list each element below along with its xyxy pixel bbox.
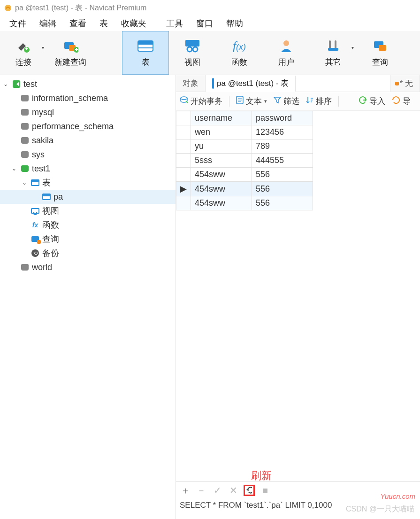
svg-point-15	[283, 40, 289, 46]
menu-edit[interactable]: 编辑	[33, 16, 63, 31]
menu-window[interactable]: 窗口	[190, 16, 220, 31]
cell[interactable]: 556	[252, 196, 313, 210]
tree-label: world	[32, 263, 52, 272]
svg-point-13	[187, 47, 192, 52]
table-row[interactable]: 5sss444555	[176, 154, 313, 168]
database-icon	[20, 164, 30, 173]
add-row-button[interactable]: ＋	[180, 485, 191, 496]
table-row[interactable]: wen123456	[176, 125, 313, 139]
tree-db[interactable]: performance_schema	[0, 119, 176, 133]
export-button[interactable]: 导	[392, 96, 411, 107]
tool-label: 连接	[15, 57, 31, 68]
svg-rect-18	[379, 45, 386, 51]
cell[interactable]: 444555	[252, 154, 313, 168]
svg-rect-3	[26, 47, 27, 50]
tree-views-node[interactable]: 视图	[0, 204, 176, 218]
delete-row-button[interactable]: －	[196, 485, 207, 496]
cell[interactable]: yu	[191, 139, 252, 154]
cell[interactable]: 454sww	[191, 196, 252, 210]
text-mode-button[interactable]: 文本 ▾	[236, 96, 267, 107]
tree-db[interactable]: mysql	[0, 105, 176, 119]
content-pane: 对象 pa @test1 (test) - 表 * 无 开始事务 文本 ▾	[176, 75, 420, 519]
sort-button[interactable]: 排序	[306, 96, 332, 107]
column-header[interactable]: password	[252, 111, 313, 125]
expander-icon[interactable]: ⌄	[21, 179, 28, 186]
refresh-button[interactable]	[244, 485, 255, 496]
cancel-button[interactable]: ✕	[228, 485, 239, 496]
tree-connection[interactable]: ⌄ test	[0, 77, 176, 91]
menu-table[interactable]: 表	[93, 16, 115, 31]
tree-db[interactable]: world	[0, 260, 176, 274]
column-header[interactable]: username	[191, 111, 252, 125]
chevron-down-icon[interactable]: ▾	[42, 45, 44, 50]
tree-label: 表	[42, 177, 51, 188]
import-button[interactable]: 导入	[359, 96, 385, 107]
tool-new-query[interactable]: 新建查询	[47, 31, 94, 75]
tree-label: test1	[32, 164, 50, 174]
row-indicator	[176, 154, 191, 168]
chevron-down-icon[interactable]: ▾	[264, 98, 267, 104]
cell[interactable]: 454sww	[191, 168, 252, 182]
expander-icon[interactable]: ⌄	[2, 81, 9, 87]
watermark-csdn: CSDN @一只大喵喵	[346, 504, 414, 514]
cell[interactable]: 123456	[252, 125, 313, 139]
stop-button[interactable]: ■	[260, 485, 271, 496]
tab-objects[interactable]: 对象	[176, 75, 206, 92]
view-icon	[183, 38, 202, 54]
tree-functions-node[interactable]: fx函数	[0, 218, 176, 232]
tree-backup-node[interactable]: ⟲备份	[0, 246, 176, 260]
tree-queries-node[interactable]: 查询	[0, 232, 176, 246]
table-row[interactable]: yu789	[176, 139, 313, 154]
table-row[interactable]: 454sww556	[176, 168, 313, 182]
expander-icon[interactable]: ⌄	[10, 165, 18, 172]
tab-label: pa @test1 (test) - 表	[217, 78, 289, 89]
menu-file[interactable]: 文件	[3, 16, 33, 31]
connection-tree[interactable]: ⌄ test information_schema mysql performa…	[0, 75, 176, 519]
apply-button[interactable]: ✓	[212, 485, 223, 496]
menu-favorites[interactable]: 收藏夹	[115, 16, 153, 31]
begin-transaction-button[interactable]: 开始事务	[180, 96, 222, 107]
tree-db[interactable]: information_schema	[0, 91, 176, 105]
table-row[interactable]: 454sww556	[176, 196, 313, 210]
tree-label: information_schema	[32, 93, 108, 103]
tool-view[interactable]: 视图	[169, 31, 216, 75]
tool-label: 其它	[325, 57, 341, 68]
filter-button[interactable]: 筛选	[274, 96, 299, 107]
tab-data[interactable]: pa @test1 (test) - 表	[206, 76, 296, 92]
data-grid[interactable]: username password wen123456 yu789 5sss44…	[176, 111, 420, 481]
menu-view[interactable]: 查看	[63, 16, 93, 31]
separator	[338, 96, 339, 107]
database-icon	[20, 94, 30, 102]
table-row[interactable]: ▶454sww556	[176, 182, 313, 196]
cell[interactable]: wen	[191, 125, 252, 139]
tree-label: 函数	[42, 219, 59, 231]
tool-table[interactable]: 表	[122, 31, 169, 75]
tree-tables-node[interactable]: ⌄表	[0, 176, 176, 190]
navicat-icon	[4, 4, 12, 12]
tool-function[interactable]: f(x) 函数	[216, 31, 263, 75]
menu-help[interactable]: 帮助	[220, 16, 250, 31]
menu-tools[interactable]: 工具	[160, 16, 190, 31]
cell[interactable]: 556	[252, 182, 313, 196]
chevron-down-icon[interactable]: ▾	[351, 45, 354, 50]
tree-table-item[interactable]: pa	[0, 190, 176, 204]
button-label: 开始事务	[191, 96, 222, 107]
annotation-refresh: 刷新	[251, 469, 272, 483]
tree-db[interactable]: sakila	[0, 133, 176, 147]
cell[interactable]: 556	[252, 168, 313, 182]
tool-other[interactable]: 其它 ▾	[310, 31, 357, 75]
tool-connect[interactable]: 连接 ▾	[0, 31, 47, 75]
tree-db-active[interactable]: ⌄test1	[0, 162, 176, 176]
tool-label: 视图	[184, 57, 200, 68]
tool-query[interactable]: 查询	[357, 31, 404, 75]
tool-user[interactable]: 用户	[263, 31, 310, 75]
tree-db[interactable]: sys	[0, 147, 176, 162]
tool-label: 查询	[372, 57, 388, 68]
titlebar: pa @test1 (test) - 表 - Navicat Premium	[0, 0, 420, 16]
cell[interactable]: 454sww	[191, 182, 252, 196]
tab-extra[interactable]: * 无	[390, 75, 420, 92]
query-icon	[30, 235, 40, 243]
cell[interactable]: 5sss	[191, 154, 252, 168]
svg-point-19	[181, 97, 187, 100]
cell[interactable]: 789	[252, 139, 313, 154]
